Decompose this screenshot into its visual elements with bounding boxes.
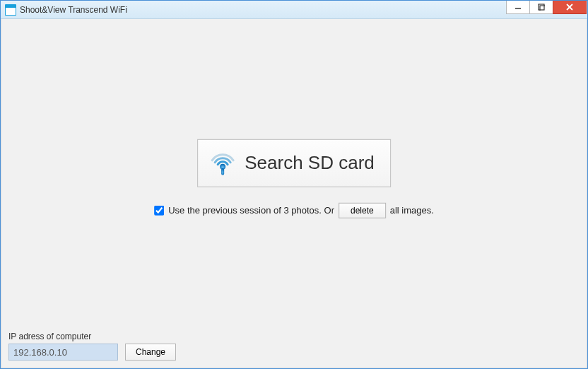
delete-button[interactable]: delete bbox=[339, 202, 386, 218]
app-icon bbox=[5, 4, 16, 16]
close-button[interactable] bbox=[553, 0, 587, 14]
minimize-icon bbox=[514, 4, 522, 11]
client-area: Search SD card Use the previous session … bbox=[1, 19, 587, 368]
window-title: Shoot&View Transcend WiFi bbox=[20, 5, 507, 15]
close-icon bbox=[565, 3, 574, 11]
svg-rect-6 bbox=[221, 168, 224, 175]
maximize-button[interactable] bbox=[529, 0, 553, 14]
footer-panel: IP adress of computer Change bbox=[8, 332, 176, 361]
search-sd-card-button[interactable]: Search SD card bbox=[197, 139, 391, 187]
use-previous-session-checkbox[interactable] bbox=[154, 205, 164, 215]
minimize-button[interactable] bbox=[506, 0, 530, 14]
search-button-label: Search SD card bbox=[245, 152, 375, 174]
center-panel: Search SD card Use the previous session … bbox=[154, 139, 434, 218]
session-row: Use the previous session of 3 photos. Or… bbox=[154, 202, 434, 218]
svg-rect-1 bbox=[539, 4, 544, 10]
session-label-prefix: Use the previous session of 3 photos. Or bbox=[168, 205, 334, 216]
ip-label: IP adress of computer bbox=[8, 332, 176, 341]
change-button[interactable]: Change bbox=[125, 344, 176, 361]
session-label-suffix: all images. bbox=[390, 205, 434, 216]
maximize-icon bbox=[538, 4, 545, 11]
wifi-icon bbox=[208, 148, 237, 177]
titlebar: Shoot&View Transcend WiFi bbox=[1, 1, 587, 19]
ip-address-input[interactable] bbox=[8, 344, 118, 361]
window-controls bbox=[507, 0, 587, 14]
